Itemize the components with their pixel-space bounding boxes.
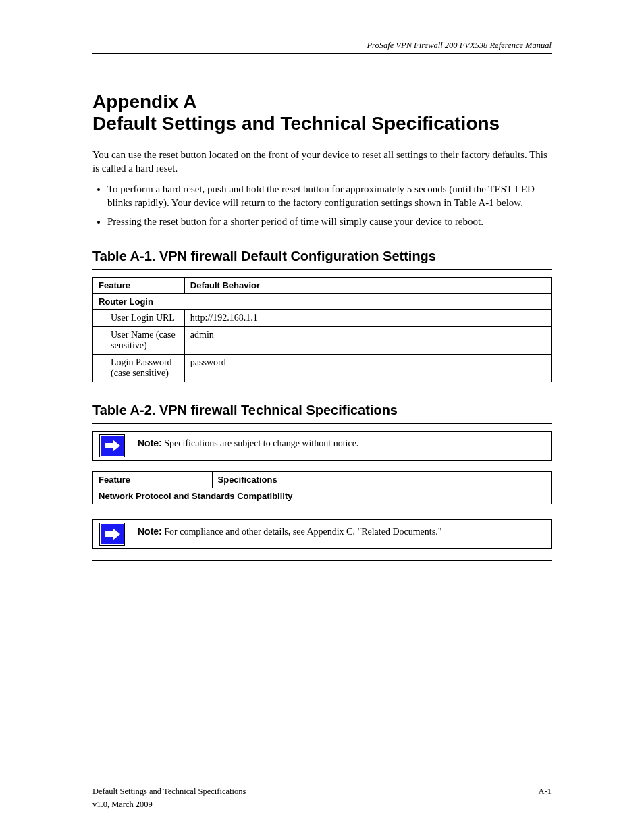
note-box-2: Note: For compliance and other details, … — [92, 519, 552, 549]
cell-feature: Login Password (case sensitive) — [93, 355, 185, 382]
header-right: ProSafe VPN Firewall 200 FVX538 Referenc… — [92, 41, 552, 51]
footer-left-line2: v1.0, March 2009 — [92, 800, 246, 810]
cell-value: admin — [184, 327, 551, 355]
section-label: Router Login — [93, 294, 552, 310]
table-section-row: Router Login — [93, 294, 552, 310]
footer-rule — [92, 560, 552, 561]
table-header-row: Feature Default Behavior — [93, 278, 552, 294]
section-label: Network Protocol and Standards Compatibi… — [93, 488, 552, 504]
bullet-item: To perform a hard reset, push and hold t… — [107, 182, 552, 210]
footer-left-line1: Default Settings and Technical Specifica… — [92, 787, 246, 797]
table-a1-rule — [92, 269, 552, 270]
table-a2: Feature Specifications Network Protocol … — [92, 471, 552, 504]
table-section-row: Network Protocol and Standards Compatibi… — [93, 488, 552, 504]
appendix-title: Appendix A Default Settings and Technica… — [92, 91, 552, 134]
table-a2-rule — [92, 423, 552, 424]
arrow-right-icon — [99, 434, 125, 457]
col-spec: Specifications — [212, 472, 551, 488]
appendix-title-line2: Default Settings and Technical Specifica… — [92, 113, 500, 134]
bullet-item: Pressing the reset button for a shorter … — [107, 215, 552, 228]
appendix-title-line1: Appendix A — [92, 91, 197, 112]
table-header-row: Feature Specifications — [93, 472, 552, 488]
cell-value: http://192.168.1.1 — [184, 310, 551, 327]
page: ProSafe VPN Firewall 200 FVX538 Referenc… — [0, 0, 644, 834]
cell-feature: User Name (case sensitive) — [93, 327, 185, 355]
note-label: Note: — [138, 438, 162, 448]
table-a2-caption: Table A-2. VPN firewall Technical Specif… — [92, 402, 552, 418]
note-body: For compliance and other details, see Ap… — [164, 527, 441, 537]
col-default: Default Behavior — [184, 278, 551, 294]
note-label: Note: — [138, 526, 162, 537]
footer: Default Settings and Technical Specifica… — [92, 787, 552, 810]
cell-feature: User Login URL — [93, 310, 185, 327]
footer-left: Default Settings and Technical Specifica… — [92, 787, 246, 810]
note-text: Note: For compliance and other details, … — [131, 520, 551, 548]
footer-right: A-1 — [539, 787, 552, 810]
col-feature: Feature — [93, 278, 185, 294]
header-rule — [92, 53, 552, 54]
col-feature: Feature — [93, 472, 213, 488]
note-icon-cell — [93, 520, 131, 548]
table-a1-caption: Table A-1. VPN firewall Default Configur… — [92, 249, 552, 264]
bullet-list: To perform a hard reset, push and hold t… — [92, 182, 552, 229]
table-row: User Login URL http://192.168.1.1 — [93, 310, 552, 327]
table-row: User Name (case sensitive) admin — [93, 327, 552, 355]
table-row: Login Password (case sensitive) password — [93, 355, 552, 382]
arrow-right-icon — [99, 523, 125, 546]
note-icon-cell — [93, 432, 131, 460]
intro-paragraph: You can use the reset button located on … — [92, 148, 552, 176]
cell-value: password — [184, 355, 551, 382]
table-a1: Feature Default Behavior Router Login Us… — [92, 277, 552, 382]
running-header: ProSafe VPN Firewall 200 FVX538 Referenc… — [92, 41, 552, 54]
note-body: Specifications are subject to change wit… — [164, 438, 358, 448]
note-text: Note: Specifications are subject to chan… — [131, 432, 551, 460]
spacer — [92, 504, 552, 514]
note-box-1: Note: Specifications are subject to chan… — [92, 431, 552, 461]
